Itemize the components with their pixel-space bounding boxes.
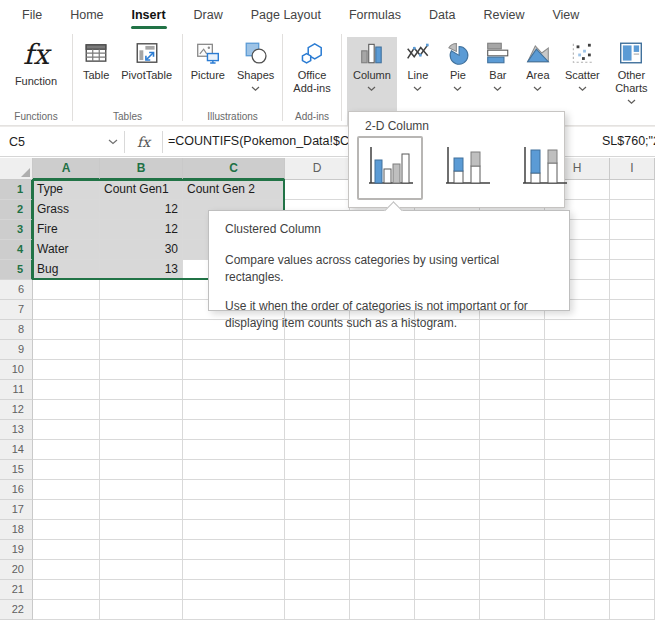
select-all-corner[interactable]	[0, 158, 33, 180]
row-header-2[interactable]: 2	[0, 200, 33, 220]
cell-F15[interactable]	[415, 460, 480, 480]
cell-D19[interactable]	[285, 540, 350, 560]
cell-F22[interactable]	[415, 600, 480, 620]
cell-I5[interactable]	[610, 260, 655, 280]
cell-B4[interactable]: 30	[100, 240, 183, 260]
cell-A7[interactable]	[33, 300, 100, 320]
cell-I3[interactable]	[610, 220, 655, 240]
cell-I13[interactable]	[610, 420, 655, 440]
cell-H12[interactable]	[545, 400, 610, 420]
cell-C13[interactable]	[183, 420, 285, 440]
row-header-12[interactable]: 12	[0, 400, 33, 420]
row-header-10[interactable]: 10	[0, 360, 33, 380]
cell-A16[interactable]	[33, 480, 100, 500]
row-header-17[interactable]: 17	[0, 500, 33, 520]
cell-H9[interactable]	[545, 340, 610, 360]
cell-I4[interactable]	[610, 240, 655, 260]
cell-F21[interactable]	[415, 580, 480, 600]
cell-H13[interactable]	[545, 420, 610, 440]
row-header-6[interactable]: 6	[0, 280, 33, 300]
cell-G10[interactable]	[480, 360, 545, 380]
cell-G11[interactable]	[480, 380, 545, 400]
cell-A12[interactable]	[33, 400, 100, 420]
cell-C19[interactable]	[183, 540, 285, 560]
cell-H21[interactable]	[545, 580, 610, 600]
cell-H14[interactable]	[545, 440, 610, 460]
cell-A21[interactable]	[33, 580, 100, 600]
cell-I17[interactable]	[610, 500, 655, 520]
cell-C21[interactable]	[183, 580, 285, 600]
row-header-15[interactable]: 15	[0, 460, 33, 480]
tab-insert[interactable]: Insert	[118, 0, 180, 30]
cell-C15[interactable]	[183, 460, 285, 480]
cell-A11[interactable]	[33, 380, 100, 400]
cell-B14[interactable]	[100, 440, 183, 460]
cell-A2[interactable]: Grass	[33, 200, 100, 220]
cell-E14[interactable]	[350, 440, 415, 460]
cell-G18[interactable]	[480, 520, 545, 540]
cell-B5[interactable]: 13	[100, 260, 183, 280]
cell-B20[interactable]	[100, 560, 183, 580]
cell-B6[interactable]	[100, 280, 183, 300]
row-header-22[interactable]: 22	[0, 600, 33, 620]
cell-I12[interactable]	[610, 400, 655, 420]
cell-A9[interactable]	[33, 340, 100, 360]
cell-I22[interactable]	[610, 600, 655, 620]
clustered-column-option[interactable]	[357, 136, 423, 200]
tab-file[interactable]: File	[8, 0, 56, 30]
picture-button[interactable]: Picture	[185, 37, 231, 85]
cell-H11[interactable]	[545, 380, 610, 400]
pie-chart-button[interactable]: Pie	[439, 37, 477, 95]
cell-C9[interactable]	[183, 340, 285, 360]
cell-B15[interactable]	[100, 460, 183, 480]
cell-D12[interactable]	[285, 400, 350, 420]
cell-C17[interactable]	[183, 500, 285, 520]
cell-F12[interactable]	[415, 400, 480, 420]
cell-A20[interactable]	[33, 560, 100, 580]
cell-I2[interactable]	[610, 200, 655, 220]
cell-I7[interactable]	[610, 300, 655, 320]
cell-I9[interactable]	[610, 340, 655, 360]
cell-E19[interactable]	[350, 540, 415, 560]
cell-E22[interactable]	[350, 600, 415, 620]
tab-home[interactable]: Home	[56, 0, 117, 30]
tab-review[interactable]: Review	[469, 0, 538, 30]
cell-I14[interactable]	[610, 440, 655, 460]
cell-A5[interactable]: Bug	[33, 260, 100, 280]
cell-G21[interactable]	[480, 580, 545, 600]
cell-B22[interactable]	[100, 600, 183, 620]
cell-B18[interactable]	[100, 520, 183, 540]
function-button[interactable]: fx Function	[9, 37, 63, 91]
table-button[interactable]: Table	[77, 37, 115, 85]
cell-G19[interactable]	[480, 540, 545, 560]
stacked-column-option[interactable]	[434, 136, 500, 200]
cell-D13[interactable]	[285, 420, 350, 440]
cell-H17[interactable]	[545, 500, 610, 520]
name-box[interactable]: C5	[0, 127, 124, 156]
cell-G9[interactable]	[480, 340, 545, 360]
shapes-button[interactable]: Shapes	[231, 37, 280, 95]
cell-E11[interactable]	[350, 380, 415, 400]
cell-D14[interactable]	[285, 440, 350, 460]
cell-F20[interactable]	[415, 560, 480, 580]
cell-C22[interactable]	[183, 600, 285, 620]
cell-D9[interactable]	[285, 340, 350, 360]
tab-page-layout[interactable]: Page Layout	[237, 0, 335, 30]
cell-B1[interactable]: Count Gen1	[100, 180, 183, 200]
cell-D21[interactable]	[285, 580, 350, 600]
cell-E17[interactable]	[350, 500, 415, 520]
row-header-5[interactable]: 5	[0, 260, 33, 280]
cell-E12[interactable]	[350, 400, 415, 420]
cell-F19[interactable]	[415, 540, 480, 560]
cell-D16[interactable]	[285, 480, 350, 500]
tab-view[interactable]: View	[538, 0, 593, 30]
cell-I18[interactable]	[610, 520, 655, 540]
cell-B9[interactable]	[100, 340, 183, 360]
line-chart-button[interactable]: Line	[399, 37, 437, 95]
cell-H15[interactable]	[545, 460, 610, 480]
tab-draw[interactable]: Draw	[180, 0, 237, 30]
cell-C11[interactable]	[183, 380, 285, 400]
cell-H8[interactable]	[545, 320, 610, 340]
row-header-18[interactable]: 18	[0, 520, 33, 540]
row-header-14[interactable]: 14	[0, 440, 33, 460]
